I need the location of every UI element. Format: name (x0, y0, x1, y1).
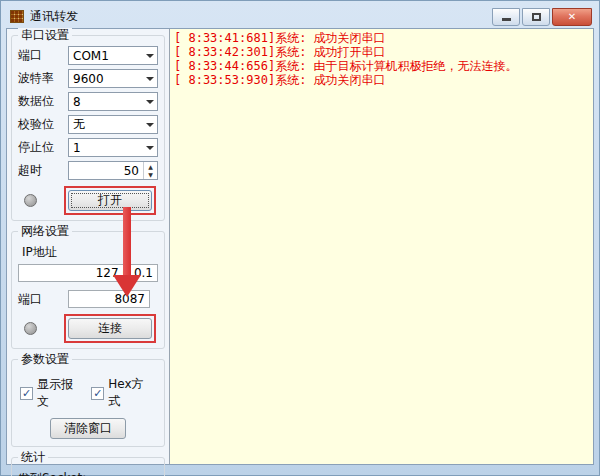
parity-row: 校验位 无 (18, 115, 158, 134)
serial-status-led (24, 194, 37, 207)
baud-rate-select[interactable]: 9600 (68, 69, 158, 88)
close-button[interactable]: ✕ (552, 8, 592, 26)
check-icon: ✓ (93, 387, 102, 400)
annotation-arrow-head (113, 275, 141, 297)
param-settings-group: 参数设置 ✓ 显示报文 ✓ Hex方式 清除窗口 (11, 359, 165, 447)
data-bits-select[interactable]: 8 (68, 92, 158, 111)
chevron-down-icon (146, 54, 154, 58)
sent-to-socket-label: 发到Socket: (18, 470, 158, 476)
data-bits-value: 8 (73, 95, 142, 109)
stop-bits-row: 停止位 1 (18, 138, 158, 157)
baud-rate-value: 9600 (73, 72, 142, 86)
serial-port-row: 端口 COM1 (18, 46, 158, 65)
minimize-icon (502, 18, 511, 21)
window-title: 通讯转发 (30, 8, 492, 25)
ip-address-label: IP地址 (22, 244, 158, 261)
timeout-row: 超时 50 ▲ ▼ (18, 161, 158, 180)
data-bits-row: 数据位 8 (18, 92, 158, 111)
chevron-down-icon (146, 146, 154, 150)
close-icon: ✕ (568, 11, 576, 22)
annotation-highlight-connect: 连接 (64, 314, 156, 343)
maximize-icon (532, 13, 541, 21)
clear-window-button[interactable]: 清除窗口 (50, 418, 126, 439)
spin-up-icon[interactable]: ▲ (144, 162, 157, 171)
minimize-button[interactable] (492, 8, 520, 26)
log-line: [ 8:33:53:930]系统: 成功关闭串口 (174, 73, 589, 87)
settings-panel: 串口设置 端口 COM1 波特率 9600 数据位 (7, 29, 169, 464)
title-bar: 通讯转发 ✕ (6, 1, 594, 28)
checkbox-row: ✓ 显示报文 ✓ Hex方式 (20, 376, 158, 410)
app-grid-icon (10, 10, 24, 23)
parity-label: 校验位 (18, 116, 68, 133)
app-window: 通讯转发 ✕ 串口设置 端口 COM1 波特率 (0, 0, 600, 476)
stats-group: 统计 发到Socket: 0字节 发到串口: 0字节 (11, 457, 165, 476)
log-line: [ 8:33:42:301]系统: 成功打开串口 (174, 45, 589, 59)
chevron-down-icon (146, 77, 154, 81)
baud-rate-row: 波特率 9600 (18, 69, 158, 88)
serial-port-value: COM1 (73, 49, 142, 63)
connect-row: 连接 (18, 314, 158, 343)
network-status-led (24, 322, 37, 335)
serial-port-select[interactable]: COM1 (68, 46, 158, 65)
annotation-highlight-open: 打开 (64, 186, 156, 215)
network-settings-group: 网络设置 IP地址 127.0.0.1 端口 8087 连接 (11, 231, 165, 349)
timeout-value: 50 (69, 164, 143, 178)
serial-group-label: 串口设置 (18, 28, 72, 42)
stop-bits-label: 停止位 (18, 139, 68, 156)
stats-group-label: 统计 (18, 450, 48, 464)
log-line: [ 8:33:44:656]系统: 由于目标计算机积极拒绝，无法连接。 (174, 59, 589, 73)
log-output-area[interactable]: [ 8:33:41:681]系统: 成功关闭串口 [ 8:33:42:301]系… (169, 29, 593, 464)
serial-settings-group: 串口设置 端口 COM1 波特率 9600 数据位 (11, 35, 165, 221)
timeout-label: 超时 (18, 162, 68, 179)
net-port-label: 端口 (18, 291, 68, 308)
stop-bits-select[interactable]: 1 (68, 138, 158, 157)
stop-bits-value: 1 (73, 141, 142, 155)
hex-mode-checkbox[interactable]: ✓ (91, 387, 104, 400)
connect-button[interactable]: 连接 (68, 318, 152, 339)
open-button[interactable]: 打开 (68, 190, 152, 211)
sent-to-socket-block: 发到Socket: 0字节 (18, 470, 158, 476)
show-message-label: 显示报文 (37, 376, 79, 410)
annotation-arrow-shaft (123, 207, 131, 277)
hex-mode-label: Hex方式 (108, 376, 150, 410)
data-bits-label: 数据位 (18, 93, 68, 110)
chevron-down-icon (146, 123, 154, 127)
param-group-label: 参数设置 (18, 352, 72, 366)
timeout-stepper[interactable]: 50 ▲ ▼ (68, 161, 158, 180)
log-line: [ 8:33:41:681]系统: 成功关闭串口 (174, 31, 589, 45)
open-row: 打开 (18, 186, 158, 215)
show-message-checkbox[interactable]: ✓ (20, 387, 33, 400)
parity-select[interactable]: 无 (68, 115, 158, 134)
baud-rate-label: 波特率 (18, 70, 68, 87)
chevron-down-icon (146, 100, 154, 104)
parity-value: 无 (73, 116, 142, 133)
spin-down-icon[interactable]: ▼ (144, 171, 157, 180)
serial-port-label: 端口 (18, 47, 68, 64)
check-icon: ✓ (22, 387, 31, 400)
network-group-label: 网络设置 (18, 224, 72, 238)
maximize-button[interactable] (522, 8, 550, 26)
